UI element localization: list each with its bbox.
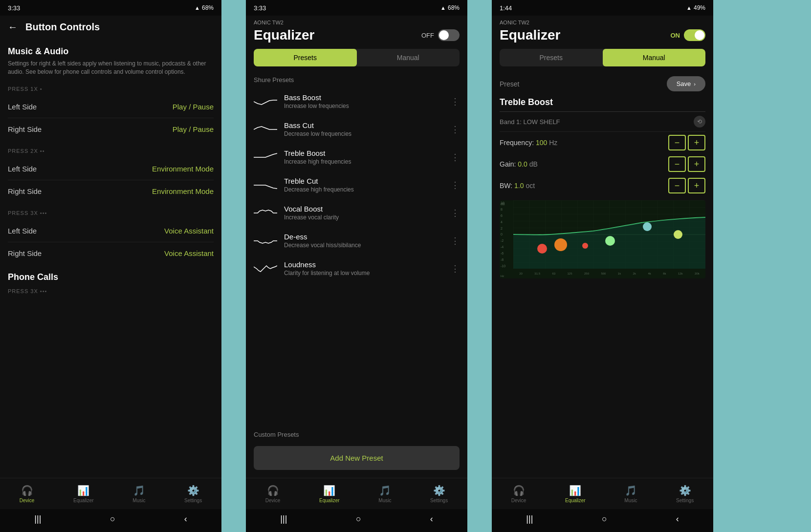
settings-icon-1: ⚙️ (187, 485, 199, 496)
preset-more-bass-boost[interactable]: ⋮ (451, 96, 460, 107)
eq-dot-cyan[interactable] (643, 222, 652, 231)
eq-dot-orange[interactable] (554, 238, 567, 251)
nav-device-label-3: Device (511, 498, 526, 503)
shure-presets-label: Shure Presets (246, 72, 467, 87)
eq-title-2: Equalizer (254, 27, 314, 43)
sys-nav-back-2[interactable]: ‹ (430, 514, 433, 524)
bottom-nav-2: 🎧 Device 📊 Equalizer 🎵 Music ⚙️ Settings (246, 478, 467, 509)
tab-manual-2[interactable]: Manual (357, 49, 460, 66)
frequency-row: Frequency: 100 Hz − + (500, 132, 705, 153)
list-item[interactable]: De-ess Decrease vocal hiss/sibilance ⋮ (246, 227, 467, 255)
sys-nav-home-3[interactable]: ○ (602, 514, 607, 524)
nav-settings-label-3: Settings (676, 498, 694, 503)
nav-device-1[interactable]: 🎧 Device (20, 485, 35, 503)
bw-decrease[interactable]: − (668, 178, 686, 193)
nav-equalizer-2[interactable]: 📊 Equalizer (319, 485, 340, 503)
list-item[interactable]: Loudness Clarity for listening at low vo… (246, 255, 467, 282)
preset-desc-treble-boost: Increase high frequencies (284, 158, 451, 165)
toggle-container-2: OFF (421, 29, 460, 41)
preset-info-de-ess: De-ess Decrease vocal hiss/sibilance (284, 233, 451, 249)
nav-settings-1[interactable]: ⚙️ Settings (184, 485, 202, 503)
bass-boost-wave (254, 94, 277, 109)
preset-more-treble-cut[interactable]: ⋮ (451, 180, 460, 191)
sys-nav-home-2[interactable]: ○ (356, 514, 361, 524)
bw-increase[interactable]: + (688, 178, 705, 193)
eq-toggle-3[interactable] (684, 29, 705, 41)
preset-more-de-ess[interactable]: ⋮ (451, 235, 460, 246)
gain-decrease[interactable]: − (668, 156, 686, 172)
press-3x-right: Right Side Voice Assistant (8, 244, 214, 262)
preset-more-vocal-boost[interactable]: ⋮ (451, 208, 460, 218)
list-item[interactable]: Vocal Boost Increase vocal clarity ⋮ (246, 199, 467, 227)
nav-settings-2[interactable]: ⚙️ Settings (430, 485, 448, 503)
save-button[interactable]: Save › (667, 76, 705, 91)
toggle-knob-2 (439, 30, 449, 40)
nav-device-3[interactable]: 🎧 Device (511, 485, 526, 503)
music-icon-2: 🎵 (379, 485, 391, 496)
eq-header-3: Equalizer ON (492, 25, 713, 49)
nav-music-1[interactable]: 🎵 Music (132, 485, 145, 503)
nav-equalizer-3[interactable]: 📊 Equalizer (565, 485, 586, 503)
sys-nav-recent-3[interactable]: ||| (526, 514, 533, 524)
eq-toggle-2[interactable] (438, 29, 460, 41)
de-ess-wave (254, 233, 277, 249)
press-1x-section: PRESS 1X • Left Side Play / Pause Right … (8, 86, 214, 138)
preset-more-loudness[interactable]: ⋮ (451, 263, 460, 274)
eq-chart[interactable]: 10 8 6 4 2 0 -2 -4 -6 -8 -10 dB (500, 200, 705, 278)
back-button-1[interactable]: ← (8, 21, 18, 33)
eq-dot-light-green[interactable] (605, 236, 615, 246)
press-3x-left: Left Side Voice Assistant (8, 222, 214, 240)
frequency-decrease[interactable]: − (668, 135, 686, 150)
add-preset-button[interactable]: Add New Preset (254, 446, 460, 470)
sys-nav-recent-2[interactable]: ||| (280, 514, 287, 524)
tab-row-3: Presets Manual (500, 49, 705, 66)
nav-music-3[interactable]: 🎵 Music (624, 485, 637, 503)
sys-nav-recent-1[interactable]: ||| (34, 514, 41, 524)
eq-dot-yellow-green[interactable] (674, 230, 682, 239)
content-scroll-1: Music & Audio Settings for right & left … (0, 39, 221, 478)
preset-desc-vocal-boost: Increase vocal clarity (284, 214, 451, 221)
page-title-1: Button Controls (25, 21, 100, 33)
list-item[interactable]: Treble Cut Decrease high frequencies ⋮ (246, 171, 467, 199)
phone-3: 1:44 ▲ 49% AONIC TW2 Equalizer ON Preset… (492, 0, 713, 532)
preset-desc-treble-cut: Decrease high frequencies (284, 186, 451, 193)
nav-music-2[interactable]: 🎵 Music (378, 485, 391, 503)
nav-music-label-1: Music (132, 498, 145, 503)
band-icon[interactable]: ⟲ (694, 116, 705, 128)
status-icons-3: ▲ 49% (686, 4, 705, 11)
sys-nav-back-1[interactable]: ‹ (184, 514, 187, 524)
tab-presets-3[interactable]: Presets (500, 49, 603, 66)
list-item[interactable]: Treble Boost Increase high frequencies ⋮ (246, 143, 467, 171)
sys-nav-home-1[interactable]: ○ (110, 514, 115, 524)
save-chevron-icon: › (694, 81, 696, 87)
gain-stepper: − + (668, 156, 705, 172)
eq-dot-red[interactable] (537, 244, 547, 254)
gap-1-2 (221, 0, 246, 532)
preset-more-treble-boost[interactable]: ⋮ (451, 152, 460, 163)
preset-name-de-ess: De-ess (284, 233, 451, 241)
preset-desc-bass-cut: Decrease low frequencies (284, 130, 451, 137)
sys-nav-back-3[interactable]: ‹ (676, 514, 679, 524)
preset-more-bass-cut[interactable]: ⋮ (451, 124, 460, 135)
nav-settings-3[interactable]: ⚙️ Settings (676, 485, 694, 503)
nav-eq-label-2: Equalizer (319, 498, 340, 503)
divider-2 (8, 180, 214, 180)
gain-increase[interactable]: + (688, 156, 705, 172)
preset-name-treble-boost: Treble Boost (284, 149, 451, 157)
tab-presets-2[interactable]: Presets (254, 49, 357, 66)
frequency-increase[interactable]: + (688, 135, 705, 150)
nav-settings-label-1: Settings (184, 498, 202, 503)
list-item[interactable]: Bass Cut Decrease low frequencies ⋮ (246, 115, 467, 143)
header-bar-1: ← Button Controls (0, 16, 221, 39)
tab-manual-3[interactable]: Manual (603, 49, 706, 66)
gap-2-3 (467, 0, 492, 532)
nav-device-2[interactable]: 🎧 Device (265, 485, 281, 503)
toggle-knob-3 (695, 30, 704, 40)
frequency-label: Frequency: 100 Hz (500, 139, 557, 147)
nav-equalizer-1[interactable]: 📊 Equalizer (73, 485, 94, 503)
status-icons-2: ▲ 68% (440, 4, 460, 11)
list-item[interactable]: Bass Boost Increase low frequencies ⋮ (246, 87, 467, 115)
eq-dot-small-red[interactable] (582, 243, 588, 249)
vocal-boost-wave (254, 205, 277, 221)
status-time-1: 3:33 (8, 4, 20, 12)
